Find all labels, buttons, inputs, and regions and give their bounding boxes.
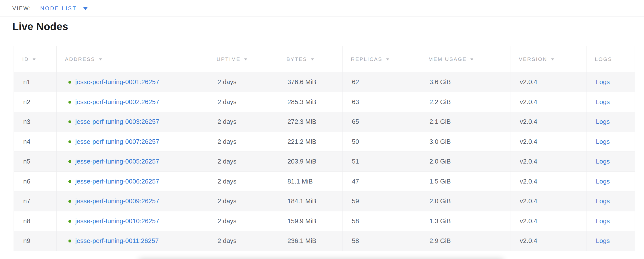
node-mem-usage-cell: 1.3 GiB [420,211,510,231]
node-logs-cell: Logs [586,112,635,132]
sort-caret-icon [244,58,247,60]
node-logs-cell: Logs [586,72,635,92]
node-logs-link[interactable]: Logs [596,118,610,125]
node-address-cell: jesse-perf-tuning-0003:26257 [56,112,208,132]
live-status-dot-icon [68,200,71,203]
node-row: n1 jesse-perf-tuning-0001:26257 2 days 3… [14,72,635,92]
node-version-cell: v2.0.4 [510,171,586,191]
node-address-link[interactable]: jesse-perf-tuning-0011:26257 [75,237,159,245]
node-address-cell: jesse-perf-tuning-0010:26257 [56,211,208,231]
node-id-cell: n1 [14,72,56,92]
node-logs-cell: Logs [586,152,635,172]
live-status-dot-icon [68,160,71,163]
node-address-link[interactable]: jesse-perf-tuning-0005:26257 [75,158,159,165]
live-nodes-table: ID ADDRESS UPTIME BYTES REPLICAS MEM USA… [14,46,635,251]
node-logs-cell: Logs [586,191,635,211]
sort-caret-icon [551,58,554,60]
node-uptime-cell: 2 days [208,112,278,132]
node-address-cell: jesse-perf-tuning-0011:26257 [56,231,208,251]
node-id-cell: n4 [14,132,56,152]
live-status-dot-icon [68,101,71,104]
node-address-link[interactable]: jesse-perf-tuning-0010:26257 [75,217,159,225]
node-replicas-cell: 63 [342,92,420,112]
node-bytes-cell: 81.1 MiB [278,171,342,191]
column-header-label: ADDRESS [65,56,95,62]
node-row: n9 jesse-perf-tuning-0011:26257 2 days 2… [14,231,635,251]
node-logs-link[interactable]: Logs [596,237,610,245]
node-version-cell: v2.0.4 [510,211,586,231]
node-row: n2 jesse-perf-tuning-0002:26257 2 days 2… [14,92,635,112]
node-logs-link[interactable]: Logs [596,197,610,205]
node-address-cell: jesse-perf-tuning-0002:26257 [56,92,208,112]
live-nodes-page: VIEW: NODE LIST Live Nodes ID ADDRESS UP… [0,0,644,259]
node-bytes-cell: 221.2 MiB [278,132,342,152]
node-address-link[interactable]: jesse-perf-tuning-0007:26257 [75,138,159,145]
node-row: n4 jesse-perf-tuning-0007:26257 2 days 2… [14,132,635,152]
node-replicas-cell: 65 [342,112,420,132]
node-mem-usage-cell: 2.0 GiB [420,191,510,211]
node-replicas-cell: 59 [342,191,420,211]
node-uptime-cell: 2 days [208,191,278,211]
node-mem-usage-cell: 2.2 GiB [420,92,510,112]
column-header-bytes[interactable]: BYTES [278,46,342,72]
node-logs-link[interactable]: Logs [596,158,610,165]
node-uptime-cell: 2 days [208,92,278,112]
sort-caret-icon [386,58,389,60]
node-row: n7 jesse-perf-tuning-0009:26257 2 days 1… [14,191,635,211]
node-logs-link[interactable]: Logs [596,98,610,106]
node-logs-link[interactable]: Logs [596,178,610,185]
node-replicas-cell: 58 [342,231,420,251]
view-dropdown[interactable]: NODE LIST [40,5,88,11]
live-status-dot-icon [68,120,71,123]
node-mem-usage-cell: 2.0 GiB [420,152,510,172]
node-logs-cell: Logs [586,231,635,251]
node-version-cell: v2.0.4 [510,112,586,132]
node-uptime-cell: 2 days [208,132,278,152]
node-address-cell: jesse-perf-tuning-0006:26257 [56,171,208,191]
node-bytes-cell: 272.3 MiB [278,112,342,132]
node-replicas-cell: 50 [342,132,420,152]
column-header-replicas[interactable]: REPLICAS [342,46,420,72]
node-replicas-cell: 51 [342,152,420,172]
node-row: n8 jesse-perf-tuning-0010:26257 2 days 1… [14,211,635,231]
column-header-label: REPLICAS [351,56,382,62]
node-address-link[interactable]: jesse-perf-tuning-0006:26257 [75,178,159,185]
node-replicas-cell: 62 [342,72,420,92]
live-status-dot-icon [68,81,71,84]
column-header-label: UPTIME [216,56,240,62]
column-header-version[interactable]: VERSION [510,46,586,72]
node-address-link[interactable]: jesse-perf-tuning-0009:26257 [75,197,159,205]
column-header-address[interactable]: ADDRESS [56,46,208,72]
node-id-cell: n9 [14,231,56,251]
node-version-cell: v2.0.4 [510,132,586,152]
node-mem-usage-cell: 3.0 GiB [420,132,510,152]
node-logs-link[interactable]: Logs [596,78,610,86]
node-address-link[interactable]: jesse-perf-tuning-0003:26257 [75,118,159,125]
column-header-id[interactable]: ID [14,46,56,72]
sort-caret-icon [470,58,473,60]
live-status-dot-icon [68,240,71,243]
view-selector-bar: VIEW: NODE LIST [0,0,644,17]
node-logs-cell: Logs [586,132,635,152]
node-id-cell: n2 [14,92,56,112]
column-header-mem-usage[interactable]: MEM USAGE [420,46,510,72]
node-id-cell: n5 [14,152,56,172]
node-version-cell: v2.0.4 [510,72,586,92]
node-address-cell: jesse-perf-tuning-0009:26257 [56,191,208,211]
live-status-dot-icon [68,180,71,183]
node-address-link[interactable]: jesse-perf-tuning-0001:26257 [75,78,159,86]
column-header-label: VERSION [519,56,548,62]
node-mem-usage-cell: 2.9 GiB [420,231,510,251]
column-header-label: LOGS [595,56,612,62]
node-address-link[interactable]: jesse-perf-tuning-0002:26257 [75,98,159,106]
node-bytes-cell: 184.1 MiB [278,191,342,211]
column-header-uptime[interactable]: UPTIME [208,46,278,72]
node-mem-usage-cell: 2.1 GiB [420,112,510,132]
node-id-cell: n8 [14,211,56,231]
node-logs-link[interactable]: Logs [596,138,610,145]
node-id-cell: n6 [14,171,56,191]
node-replicas-cell: 58 [342,211,420,231]
node-bytes-cell: 285.3 MiB [278,92,342,112]
node-logs-cell: Logs [586,171,635,191]
node-logs-link[interactable]: Logs [596,217,610,225]
